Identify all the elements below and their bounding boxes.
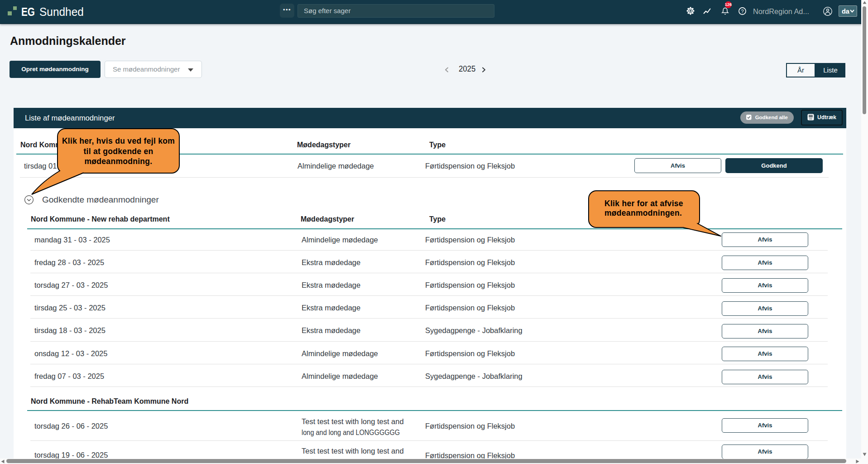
- svg-text:?: ?: [741, 9, 743, 14]
